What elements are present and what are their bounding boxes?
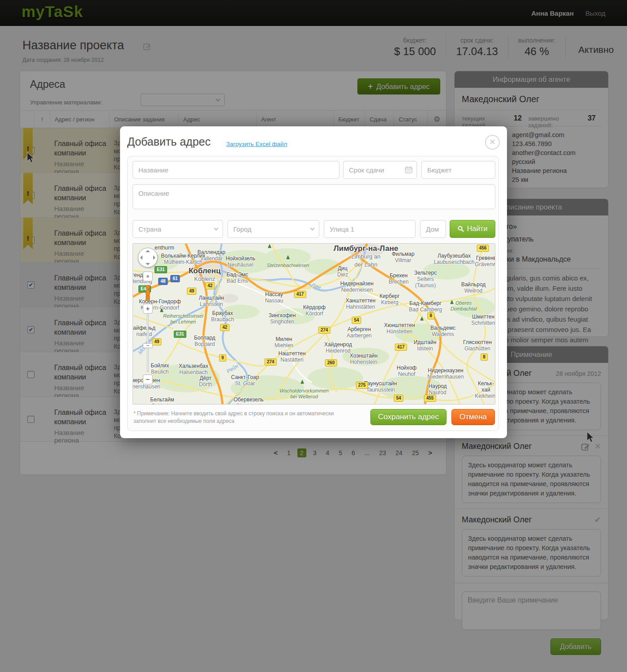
map-place-label: ВайльродWeilrod bbox=[461, 281, 486, 294]
map-place-label: Вольхайм-КерлихMülheim-Kärlich bbox=[161, 253, 206, 265]
map-place-label: Бад-КамбергBad Camberg bbox=[409, 300, 442, 313]
road-shield: 417 bbox=[294, 291, 306, 298]
modal-title: Добавить адрес bbox=[127, 135, 210, 148]
map-zoom-out-button[interactable]: − bbox=[143, 375, 153, 384]
road-shield: 54 bbox=[352, 317, 361, 324]
map-place-label: ХальзенбахHalsenbach bbox=[179, 363, 208, 375]
map-place-label: ТаунусштайнTaunusstein bbox=[365, 380, 397, 393]
pan-left-icon[interactable] bbox=[140, 255, 142, 260]
map-place-label: ДёртDörth bbox=[199, 375, 212, 388]
map-place-label: НойхойзельNeuhäusel bbox=[226, 255, 255, 268]
road-shield: 8 bbox=[481, 353, 488, 361]
tree-icon bbox=[286, 255, 290, 259]
map-area-label: Wacholdervorkommen bei Welterod bbox=[279, 388, 329, 400]
map-place-label: айфельдnaifeld bbox=[133, 325, 155, 337]
map-place-label: АрбергенAarbergen bbox=[347, 326, 372, 339]
map-pan-control[interactable] bbox=[138, 248, 158, 267]
map-place-label: ЛаубузешбахLaubuseschbach bbox=[434, 253, 475, 265]
road-shield: 61 bbox=[170, 275, 180, 282]
map-place-label: БрехенBrechen bbox=[389, 272, 409, 285]
map-canvas[interactable]: КобленцKoblenzЛимбург-на-ЛанеLimburg an … bbox=[133, 243, 495, 405]
map-place-label: enthurm bbox=[155, 245, 174, 251]
map-place-label: ИдштайнIdstein bbox=[414, 339, 437, 352]
map-place-label: ХайденродHeidenrod bbox=[324, 341, 352, 354]
budget-input[interactable] bbox=[421, 161, 495, 179]
road-shield: 49 bbox=[187, 288, 196, 295]
map-place-label: НидернхаузенNiedernhausen bbox=[427, 367, 464, 380]
road-shield: E31 bbox=[174, 331, 186, 338]
city-select[interactable]: Город bbox=[228, 220, 319, 238]
map-place-label: КёрдорфKördorf bbox=[303, 304, 326, 317]
calendar-icon[interactable] bbox=[405, 166, 412, 175]
road-shield: 455 bbox=[424, 395, 436, 402]
map-place-label: ФильмарVillmar bbox=[392, 251, 415, 263]
close-icon[interactable]: ✕ bbox=[485, 135, 500, 150]
map-place-label: НойхофNeuhof bbox=[397, 365, 417, 377]
map-place-label: Кельк­хайKelkheim bbox=[475, 380, 495, 399]
map-place-label: НидернайзенNiederneisen bbox=[340, 280, 374, 293]
road-shield: 417 bbox=[395, 344, 407, 351]
upload-excel-link[interactable]: Загрузить Excel файл bbox=[226, 141, 287, 147]
map-place-label: КирбергKirberg bbox=[380, 293, 400, 306]
app-page: myTaSk Анна Варкан Выход Название проект… bbox=[0, 0, 627, 672]
road-shield: 274 bbox=[265, 358, 277, 366]
map-place-label: Бад-ЭмсBad Ems bbox=[227, 271, 249, 284]
road-shield: E31 bbox=[155, 266, 167, 273]
map-area-label: Oberes Dombachtal bbox=[451, 300, 477, 312]
pan-up-icon[interactable] bbox=[146, 250, 150, 252]
map-place-label: ДицDiez bbox=[337, 265, 348, 278]
road-shield: 274 bbox=[318, 327, 331, 334]
street-input[interactable] bbox=[324, 220, 416, 238]
map-place-label: ВальдемсWaldems bbox=[430, 325, 455, 337]
cancel-button[interactable]: Отмена bbox=[451, 409, 495, 425]
address-form: Страна Город Найти bbox=[127, 156, 499, 431]
house-input[interactable] bbox=[420, 220, 446, 238]
road-shield: 42 bbox=[205, 282, 215, 289]
map-place-label: ЗингхофенSinghofen bbox=[269, 312, 296, 325]
map-place-label: ХанштеттенHahnstätten bbox=[346, 297, 376, 310]
map-place-label: НассауNassau bbox=[265, 291, 283, 304]
tree-icon bbox=[160, 308, 163, 312]
map-place-label: КобленцKoblenz bbox=[189, 267, 221, 283]
map-place-label: Санкт-ГоарSt. Goar bbox=[231, 374, 259, 387]
deadline-field[interactable] bbox=[343, 161, 417, 179]
map-area-label: Stelzenbachwiesen bbox=[267, 263, 309, 268]
tree-icon bbox=[268, 244, 271, 248]
add-address-modal: Добавить адрес Загрузить Excel файл ✕ Ст… bbox=[120, 126, 507, 438]
description-input[interactable] bbox=[133, 184, 495, 209]
map-zoom-handle[interactable]: − bbox=[143, 343, 153, 348]
find-button[interactable]: Найти bbox=[450, 220, 495, 238]
pan-down-icon[interactable] bbox=[146, 263, 150, 265]
map-place-label: МиленMiehlen bbox=[275, 336, 293, 349]
map-place-label: ЗельтерсSelters (Taunus) bbox=[414, 270, 437, 289]
country-select[interactable]: Страна bbox=[133, 220, 223, 238]
address-name-input[interactable] bbox=[133, 161, 339, 179]
modal-footnote: * Примечание: Начните вводить свой адрес… bbox=[133, 410, 348, 425]
chevron-down-icon bbox=[310, 226, 315, 231]
map-area-label: Reiherschussinsel bei Lehmen bbox=[163, 313, 203, 325]
save-address-button[interactable]: Сохранить адрес bbox=[370, 409, 447, 425]
map-center-button[interactable] bbox=[143, 271, 153, 281]
map-zoom-in-button[interactable]: + bbox=[143, 304, 153, 314]
road-shield: 48 bbox=[158, 278, 167, 285]
map-place-label: БойлихBeulich bbox=[151, 362, 169, 375]
road-shield: 275 bbox=[356, 382, 368, 389]
road-shield: 456 bbox=[477, 245, 489, 252]
map-place-label: ГлясхюттенGlashütten bbox=[463, 339, 492, 352]
map-place-label: НауродNaurod bbox=[428, 383, 447, 396]
pan-right-icon[interactable] bbox=[153, 255, 155, 260]
tree-icon bbox=[450, 300, 454, 304]
tree-icon bbox=[420, 317, 424, 321]
chevron-down-icon bbox=[214, 226, 219, 231]
map-place-label: ХюнштеттенHünstetten bbox=[384, 322, 415, 335]
road-shield: 49 bbox=[152, 338, 161, 345]
road-shield: 8 bbox=[427, 312, 434, 319]
center-dot-icon bbox=[146, 275, 149, 278]
pegman-icon[interactable] bbox=[144, 285, 152, 302]
map-place-label: НаштеттенNastätten bbox=[279, 350, 306, 363]
map-place-label: ОбервезельOberwesel bbox=[234, 396, 264, 405]
tree-icon bbox=[301, 380, 304, 384]
road-shield: 9 bbox=[219, 354, 226, 362]
search-icon bbox=[458, 226, 464, 232]
road-shield: 260 bbox=[325, 359, 337, 366]
